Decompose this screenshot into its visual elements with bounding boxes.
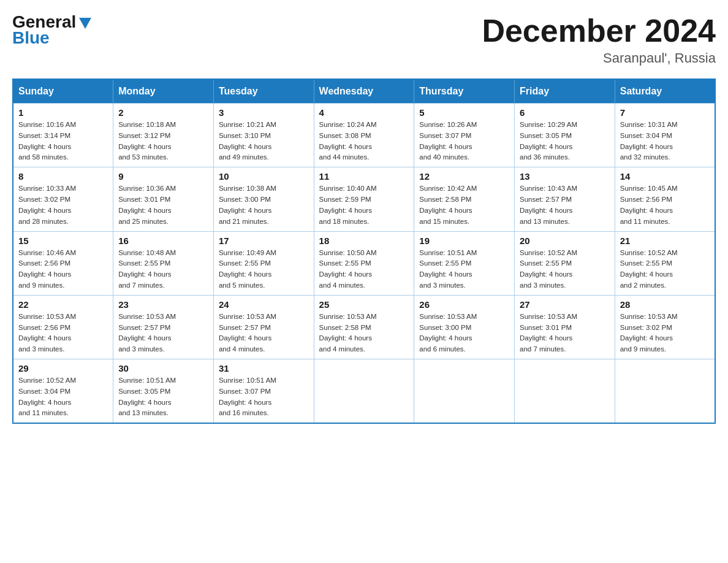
- day-info: Sunrise: 10:40 AMSunset: 2:59 PMDaylight…: [319, 183, 409, 227]
- week-row-4: 22Sunrise: 10:53 AMSunset: 2:56 PMDaylig…: [13, 295, 715, 359]
- day-info: Sunrise: 10:53 AMSunset: 3:02 PMDaylight…: [620, 312, 710, 355]
- day-number: 20: [520, 236, 610, 246]
- day-cell-27: 27Sunrise: 10:53 AMSunset: 3:01 PMDaylig…: [515, 295, 615, 359]
- weekday-header-friday: Friday: [515, 79, 615, 104]
- logo-blue-label: Blue: [12, 28, 50, 48]
- weekday-header-thursday: Thursday: [414, 79, 515, 104]
- day-info: Sunrise: 10:51 AMSunset: 2:55 PMDaylight…: [419, 248, 509, 291]
- logo-arrow-icon: [79, 18, 91, 29]
- empty-cell: [515, 359, 615, 424]
- day-info: Sunrise: 10:53 AMSunset: 2:56 PMDaylight…: [18, 312, 108, 355]
- empty-cell: [414, 359, 515, 424]
- day-info: Sunrise: 10:48 AMSunset: 2:55 PMDaylight…: [118, 248, 208, 291]
- day-cell-17: 17Sunrise: 10:49 AMSunset: 2:55 PMDaylig…: [213, 231, 314, 295]
- day-number: 2: [118, 107, 208, 118]
- day-number: 17: [219, 236, 309, 246]
- day-cell-6: 6Sunrise: 10:29 AMSunset: 3:05 PMDayligh…: [515, 104, 615, 167]
- day-number: 24: [219, 299, 309, 310]
- day-info: Sunrise: 10:26 AMSunset: 3:07 PMDaylight…: [419, 120, 509, 163]
- day-number: 30: [118, 363, 208, 373]
- day-cell-15: 15Sunrise: 10:46 AMSunset: 2:56 PMDaylig…: [13, 231, 113, 295]
- day-info: Sunrise: 10:38 AMSunset: 3:00 PMDaylight…: [219, 183, 309, 227]
- day-info: Sunrise: 10:51 AMSunset: 3:07 PMDaylight…: [219, 375, 309, 419]
- day-cell-21: 21Sunrise: 10:52 AMSunset: 2:55 PMDaylig…: [615, 231, 715, 295]
- day-cell-13: 13Sunrise: 10:43 AMSunset: 2:57 PMDaylig…: [515, 167, 615, 231]
- day-cell-20: 20Sunrise: 10:52 AMSunset: 2:55 PMDaylig…: [515, 231, 615, 295]
- calendar-table: SundayMondayTuesdayWednesdayThursdayFrid…: [12, 79, 716, 424]
- day-info: Sunrise: 10:36 AMSunset: 3:01 PMDaylight…: [118, 183, 208, 227]
- day-cell-10: 10Sunrise: 10:38 AMSunset: 3:00 PMDaylig…: [213, 167, 314, 231]
- day-number: 16: [118, 236, 208, 246]
- day-cell-1: 1Sunrise: 10:16 AMSunset: 3:14 PMDayligh…: [13, 104, 113, 167]
- day-number: 3: [219, 107, 309, 118]
- day-number: 12: [419, 171, 509, 182]
- day-number: 25: [319, 299, 409, 310]
- day-info: Sunrise: 10:43 AMSunset: 2:57 PMDaylight…: [520, 183, 610, 227]
- weekday-header-row: SundayMondayTuesdayWednesdayThursdayFrid…: [13, 79, 715, 104]
- day-info: Sunrise: 10:31 AMSunset: 3:04 PMDaylight…: [620, 120, 710, 163]
- day-number: 31: [219, 363, 309, 373]
- day-number: 7: [620, 107, 710, 118]
- day-number: 29: [18, 363, 108, 373]
- day-info: Sunrise: 10:53 AMSunset: 2:57 PMDaylight…: [219, 312, 309, 355]
- day-info: Sunrise: 10:24 AMSunset: 3:08 PMDaylight…: [319, 120, 409, 163]
- week-row-1: 1Sunrise: 10:16 AMSunset: 3:14 PMDayligh…: [13, 104, 715, 167]
- day-cell-30: 30Sunrise: 10:51 AMSunset: 3:05 PMDaylig…: [113, 359, 214, 424]
- day-number: 4: [319, 107, 409, 118]
- day-cell-7: 7Sunrise: 10:31 AMSunset: 3:04 PMDayligh…: [615, 104, 715, 167]
- day-number: 6: [520, 107, 610, 118]
- day-info: Sunrise: 10:52 AMSunset: 2:55 PMDaylight…: [620, 248, 710, 291]
- day-info: Sunrise: 10:53 AMSunset: 3:01 PMDaylight…: [520, 312, 610, 355]
- weekday-header-monday: Monday: [113, 79, 214, 104]
- day-info: Sunrise: 10:45 AMSunset: 2:56 PMDaylight…: [620, 183, 710, 227]
- day-info: Sunrise: 10:29 AMSunset: 3:05 PMDaylight…: [520, 120, 610, 163]
- day-cell-28: 28Sunrise: 10:53 AMSunset: 3:02 PMDaylig…: [615, 295, 715, 359]
- title-area: December 2024 Saranpaul', Russia: [482, 12, 716, 66]
- month-title: December 2024: [482, 12, 716, 49]
- day-number: 10: [219, 171, 309, 182]
- day-info: Sunrise: 10:51 AMSunset: 3:05 PMDaylight…: [118, 375, 208, 419]
- week-row-3: 15Sunrise: 10:46 AMSunset: 2:56 PMDaylig…: [13, 231, 715, 295]
- day-cell-26: 26Sunrise: 10:53 AMSunset: 3:00 PMDaylig…: [414, 295, 515, 359]
- day-info: Sunrise: 10:21 AMSunset: 3:10 PMDaylight…: [219, 120, 309, 163]
- day-cell-29: 29Sunrise: 10:52 AMSunset: 3:04 PMDaylig…: [13, 359, 113, 424]
- weekday-header-saturday: Saturday: [615, 79, 715, 104]
- day-cell-9: 9Sunrise: 10:36 AMSunset: 3:01 PMDayligh…: [113, 167, 214, 231]
- day-number: 9: [118, 171, 208, 182]
- day-number: 28: [620, 299, 710, 310]
- day-number: 11: [319, 171, 409, 182]
- header: General Blue December 2024 Saranpaul', R…: [12, 12, 716, 66]
- day-cell-25: 25Sunrise: 10:53 AMSunset: 2:58 PMDaylig…: [314, 295, 414, 359]
- day-info: Sunrise: 10:46 AMSunset: 2:56 PMDaylight…: [18, 248, 108, 291]
- weekday-header-tuesday: Tuesday: [213, 79, 314, 104]
- day-number: 15: [18, 236, 108, 246]
- day-number: 26: [419, 299, 509, 310]
- day-cell-4: 4Sunrise: 10:24 AMSunset: 3:08 PMDayligh…: [314, 104, 414, 167]
- day-number: 5: [419, 107, 509, 118]
- day-number: 21: [620, 236, 710, 246]
- day-info: Sunrise: 10:52 AMSunset: 2:55 PMDaylight…: [520, 248, 610, 291]
- day-cell-23: 23Sunrise: 10:53 AMSunset: 2:57 PMDaylig…: [113, 295, 214, 359]
- day-cell-14: 14Sunrise: 10:45 AMSunset: 2:56 PMDaylig…: [615, 167, 715, 231]
- empty-cell: [615, 359, 715, 424]
- day-info: Sunrise: 10:53 AMSunset: 2:58 PMDaylight…: [319, 312, 409, 355]
- logo: General Blue: [12, 12, 91, 48]
- empty-cell: [314, 359, 414, 424]
- day-cell-11: 11Sunrise: 10:40 AMSunset: 2:59 PMDaylig…: [314, 167, 414, 231]
- day-cell-18: 18Sunrise: 10:50 AMSunset: 2:55 PMDaylig…: [314, 231, 414, 295]
- day-cell-3: 3Sunrise: 10:21 AMSunset: 3:10 PMDayligh…: [213, 104, 314, 167]
- weekday-header-sunday: Sunday: [13, 79, 113, 104]
- day-info: Sunrise: 10:18 AMSunset: 3:12 PMDaylight…: [118, 120, 208, 163]
- day-cell-16: 16Sunrise: 10:48 AMSunset: 2:55 PMDaylig…: [113, 231, 214, 295]
- weekday-header-wednesday: Wednesday: [314, 79, 414, 104]
- day-number: 27: [520, 299, 610, 310]
- day-cell-22: 22Sunrise: 10:53 AMSunset: 2:56 PMDaylig…: [13, 295, 113, 359]
- day-info: Sunrise: 10:33 AMSunset: 3:02 PMDaylight…: [18, 183, 108, 227]
- day-number: 19: [419, 236, 509, 246]
- day-cell-8: 8Sunrise: 10:33 AMSunset: 3:02 PMDayligh…: [13, 167, 113, 231]
- location: Saranpaul', Russia: [482, 50, 716, 66]
- day-number: 8: [18, 171, 108, 182]
- day-number: 1: [18, 107, 108, 118]
- day-cell-31: 31Sunrise: 10:51 AMSunset: 3:07 PMDaylig…: [213, 359, 314, 424]
- day-number: 22: [18, 299, 108, 310]
